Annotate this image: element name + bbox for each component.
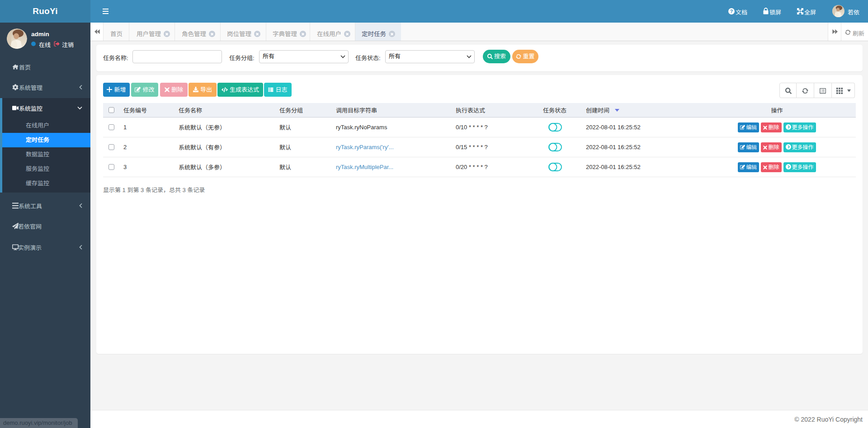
svg-text:?: ? [730,9,733,14]
